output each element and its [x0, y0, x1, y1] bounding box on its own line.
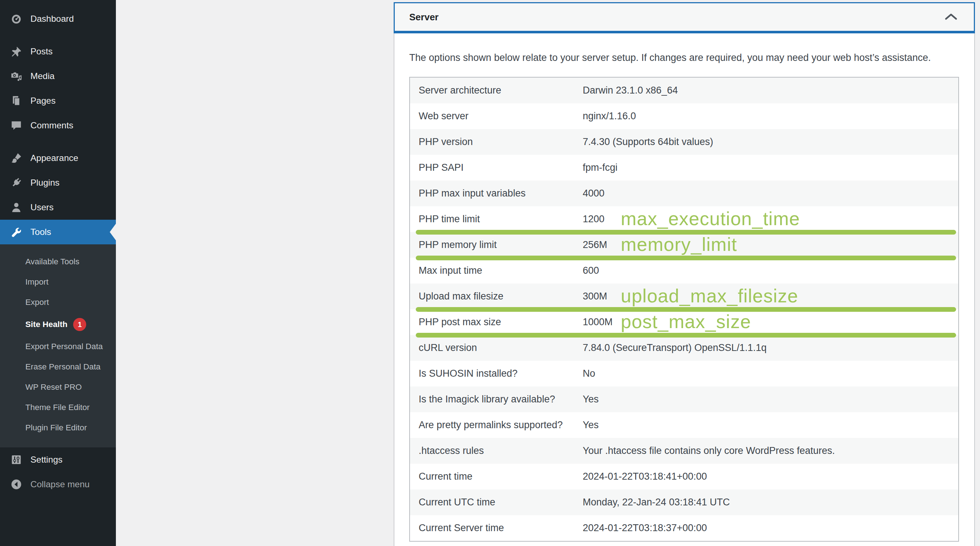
row-value: 2024-01-22T03:18:41+00:00	[583, 471, 958, 482]
sidebar-item-appearance[interactable]: Appearance	[0, 146, 116, 171]
row-value: Darwin 23.1.0 x86_64	[583, 85, 958, 96]
server-info-table: Server architectureDarwin 23.1.0 x86_64W…	[409, 77, 959, 542]
sidebar-item-posts[interactable]: Posts	[0, 39, 116, 64]
sidebar-item-label: Appearance	[30, 153, 78, 163]
row-label: PHP time limit	[410, 214, 583, 225]
sidebar-item-label: Dashboard	[30, 14, 74, 24]
server-description: The options shown below relate to your s…	[409, 51, 959, 64]
content-area: Server The options shown below relate to…	[116, 0, 980, 546]
sidebar-item-label: Plugins	[30, 178, 59, 188]
row-label: PHP memory limit	[410, 239, 583, 251]
row-label: Current UTC time	[410, 497, 583, 508]
row-label: PHP max input variables	[410, 188, 583, 199]
row-value: 600	[583, 265, 958, 276]
table-row: Is SUHOSIN installed?No	[410, 361, 958, 386]
annotation-underline	[416, 255, 956, 260]
update-count-badge: 1	[73, 318, 86, 331]
sidebar-subitem-export[interactable]: Export	[0, 292, 116, 313]
table-row: .htaccess rulesYour .htaccess file conta…	[410, 438, 958, 464]
row-label: Upload max filesize	[410, 291, 583, 302]
sidebar-item-settings[interactable]: Settings	[0, 447, 116, 472]
annotation-underline	[416, 333, 956, 337]
annotation-label: upload_max_filesize	[621, 285, 798, 307]
sidebar-subitem-export-personal-data[interactable]: Export Personal Data	[0, 337, 116, 357]
row-label: PHP version	[410, 136, 583, 148]
sidebar-item-label: Posts	[30, 46, 52, 57]
pushpin-icon	[10, 45, 22, 57]
sidebar-item-tools[interactable]: Tools	[0, 220, 116, 244]
sidebar-item-collapse-menu[interactable]: Collapse menu	[0, 472, 116, 497]
table-row: Are pretty permalinks supported?Yes	[410, 412, 958, 438]
row-label: Are pretty permalinks supported?	[410, 420, 583, 431]
table-row: Upload max filesize300Mupload_max_filesi…	[410, 284, 958, 309]
sidebar-subitem-wp-reset-pro[interactable]: WP Reset PRO	[0, 377, 116, 398]
table-row: PHP max input variables4000	[410, 180, 958, 206]
sidebar-main-menu: DashboardPostsMediaPagesCommentsAppearan…	[0, 0, 116, 244]
table-row: Web servernginx/1.16.0	[410, 103, 958, 129]
sidebar-bottom-menu: SettingsCollapse menu	[0, 447, 116, 497]
server-accordion-toggle[interactable]: Server	[394, 2, 975, 34]
table-row: Server architectureDarwin 23.1.0 x86_64	[410, 78, 958, 103]
row-label: Current Server time	[410, 522, 583, 534]
sidebar-item-pages[interactable]: Pages	[0, 88, 116, 113]
table-row: PHP post max size1000Mpost_max_size	[410, 309, 958, 335]
sidebar-item-label: Media	[30, 71, 55, 81]
sidebar-item-label: Settings	[30, 455, 63, 465]
pages-icon	[10, 95, 22, 107]
row-label: PHP SAPI	[410, 162, 583, 173]
sidebar-subitem-plugin-file-editor[interactable]: Plugin File Editor	[0, 418, 116, 438]
sidebar-subitem-label: Import	[25, 277, 49, 287]
table-row: PHP time limit1200max_execution_time	[410, 206, 958, 232]
sidebar-subitem-label: WP Reset PRO	[25, 383, 82, 392]
server-panel: Server The options shown below relate to…	[394, 2, 975, 546]
table-row: Current UTC timeMonday, 22-Jan-24 03:18:…	[410, 489, 958, 515]
table-row: Is the Imagick library available?Yes	[410, 386, 958, 412]
table-row: PHP SAPIfpm-fcgi	[410, 155, 958, 180]
table-row: cURL version7.84.0 (SecureTransport) Ope…	[410, 335, 958, 361]
brush-icon	[10, 152, 22, 164]
sidebar-item-label: Pages	[30, 96, 56, 106]
sidebar-item-plugins[interactable]: Plugins	[0, 171, 116, 195]
sidebar-item-label: Tools	[30, 227, 51, 237]
sidebar-item-users[interactable]: Users	[0, 195, 116, 220]
row-value: fpm-fcgi	[583, 162, 958, 173]
row-label: cURL version	[410, 342, 583, 353]
row-value: 4000	[583, 188, 958, 199]
row-label: Server architecture	[410, 85, 583, 96]
collapse-icon	[10, 478, 22, 490]
sliders-icon	[10, 453, 22, 466]
sidebar-item-media[interactable]: Media	[0, 64, 116, 88]
admin-sidebar: DashboardPostsMediaPagesCommentsAppearan…	[0, 0, 116, 546]
row-label: .htaccess rules	[410, 445, 583, 457]
sidebar-subitem-label: Export	[25, 298, 49, 307]
annotation-label: max_execution_time	[621, 208, 800, 230]
sidebar-subitem-label: Theme File Editor	[25, 403, 90, 412]
row-value: 2024-01-22T03:18:37+00:00	[583, 522, 958, 534]
sidebar-subitem-site-health[interactable]: Site Health1	[0, 313, 116, 337]
sidebar-item-dashboard[interactable]: Dashboard	[0, 6, 116, 31]
annotation-label: post_max_size	[621, 311, 751, 332]
row-label: Is the Imagick library available?	[410, 394, 583, 405]
server-accordion-title: Server	[409, 11, 439, 23]
sidebar-item-comments[interactable]: Comments	[0, 113, 116, 138]
sidebar-subitem-label: Available Tools	[25, 257, 79, 267]
sidebar-subitem-label: Export Personal Data	[25, 342, 103, 351]
chevron-up-icon	[945, 13, 957, 21]
sidebar-item-label: Users	[30, 202, 54, 212]
sidebar-subitem-label: Erase Personal Data	[25, 362, 101, 372]
sidebar-item-label: Comments	[30, 120, 73, 131]
sidebar-tools-submenu: Available ToolsImportExportSite Health1E…	[0, 244, 116, 447]
sidebar-subitem-available-tools[interactable]: Available Tools	[0, 252, 116, 272]
row-label: PHP post max size	[410, 316, 583, 328]
row-value: Yes	[583, 394, 958, 405]
table-row: Max input time600	[410, 258, 958, 284]
row-value: Monday, 22-Jan-24 03:18:41 UTC	[583, 497, 958, 508]
sidebar-item-label: Collapse menu	[30, 479, 89, 489]
sidebar-subitem-theme-file-editor[interactable]: Theme File Editor	[0, 398, 116, 418]
comment-icon	[10, 119, 22, 132]
table-row: Current Server time2024-01-22T03:18:37+0…	[410, 515, 958, 541]
sidebar-subitem-erase-personal-data[interactable]: Erase Personal Data	[0, 357, 116, 377]
sidebar-subitem-label: Plugin File Editor	[25, 423, 87, 433]
row-value: Yes	[583, 420, 958, 431]
sidebar-subitem-import[interactable]: Import	[0, 272, 116, 292]
